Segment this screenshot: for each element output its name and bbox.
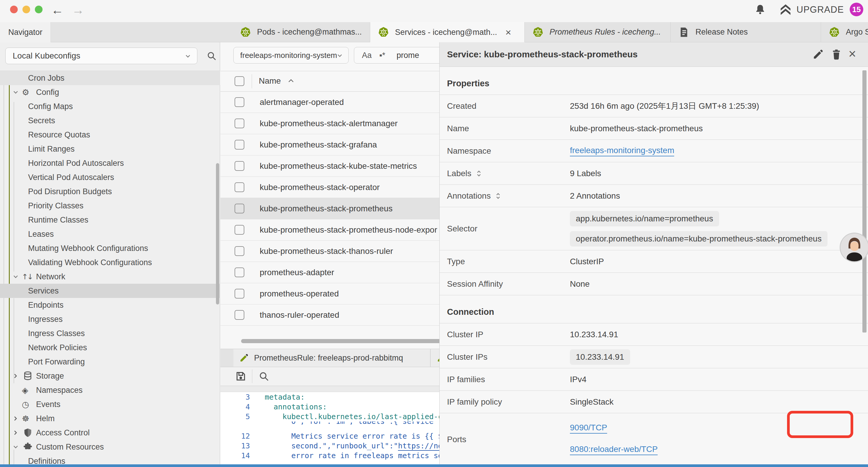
sidebar-item-pod-disruption-budgets[interactable]: Pod Disruption Budgets xyxy=(0,184,220,199)
sidebar-item-priority-classes[interactable]: Priority Classes xyxy=(0,199,220,213)
sidebar-item-secrets[interactable]: Secrets xyxy=(0,114,220,128)
chevron-right-icon[interactable] xyxy=(11,428,20,437)
sidebar-item-vertical-pod-autoscalers[interactable]: Vertical Pod Autoscalers xyxy=(0,170,220,184)
sidebar-item-config[interactable]: ⚙Config xyxy=(0,85,220,99)
editor-search-icon[interactable] xyxy=(258,371,270,382)
row-checkbox[interactable] xyxy=(235,225,244,235)
row-checkbox[interactable] xyxy=(235,310,244,320)
chevron-spacer xyxy=(11,400,20,409)
chevron-right-icon[interactable] xyxy=(11,414,20,423)
sidebar-item-helm[interactable]: ☸Helm xyxy=(0,411,220,426)
upgrade-button[interactable]: UPGRADE xyxy=(797,4,844,15)
tab-argo[interactable]: Argo Se xyxy=(821,22,868,42)
namespace-selector[interactable]: freeleaps-monitoring-system xyxy=(234,47,349,63)
kubernetes-icon xyxy=(240,27,251,38)
user-avatar[interactable] xyxy=(840,233,868,261)
sidebar-item-storage[interactable]: Storage xyxy=(0,369,220,383)
sidebar-item-label: Access Control xyxy=(36,428,90,437)
row-checkbox[interactable] xyxy=(235,246,244,256)
sidebar-item-label: Storage xyxy=(36,372,64,381)
row-checkbox[interactable] xyxy=(235,161,244,171)
sidebar-item-access-control[interactable]: Access Control xyxy=(0,426,220,440)
row-checkbox[interactable] xyxy=(235,182,244,192)
window-active-indicator xyxy=(0,464,868,467)
back-arrow-icon[interactable]: ← xyxy=(50,2,65,18)
sidebar-item-leases[interactable]: Leases xyxy=(0,227,220,241)
select-all-checkbox[interactable] xyxy=(235,76,244,86)
save-icon[interactable] xyxy=(235,371,246,382)
chevron-down-icon[interactable] xyxy=(11,88,20,97)
sidebar-item-network[interactable]: ↑↓Network xyxy=(0,269,220,284)
detail-row-name: Namekube-prometheus-stack-prometheus xyxy=(440,117,868,140)
row-checkbox[interactable] xyxy=(235,204,244,213)
row-checkbox[interactable] xyxy=(235,140,244,150)
chevron-down-icon[interactable] xyxy=(11,442,20,451)
port-link-9090-tcp[interactable]: 9090/TCP xyxy=(570,423,607,434)
column-divider xyxy=(252,74,252,88)
detail-row-ip-families: IP familiesIPv4 xyxy=(440,368,868,390)
sort-ascending-icon[interactable] xyxy=(286,77,296,85)
chevron-right-icon[interactable] xyxy=(11,372,20,380)
detail-scrollbar[interactable] xyxy=(862,70,867,332)
sidebar-item-custom-resources[interactable]: Custom Resources xyxy=(0,440,220,454)
chevron-down-icon[interactable] xyxy=(11,272,20,281)
edit-icon[interactable] xyxy=(812,49,824,60)
sidebar-item-limit-ranges[interactable]: Limit Ranges xyxy=(0,142,220,156)
traffic-light-minimize-icon[interactable] xyxy=(23,6,30,13)
sidebar-item-ingresses[interactable]: Ingresses xyxy=(0,312,220,326)
close-icon[interactable]: × xyxy=(848,47,856,61)
sidebar-item-horizontal-pod-autoscalers[interactable]: Horizontal Pod Autoscalers xyxy=(0,156,220,170)
row-checkbox[interactable] xyxy=(235,97,244,107)
line-number: 5 xyxy=(220,412,250,421)
sidebar-item-cron-jobs[interactable]: Cron Jobs xyxy=(0,71,220,85)
sidebar-item-port-forwarding[interactable]: Port Forwarding xyxy=(0,355,220,369)
traffic-light-close-icon[interactable] xyxy=(10,6,18,13)
notification-count-badge[interactable]: 15 xyxy=(850,3,863,16)
sidebar-item-validating-webhook-configurations[interactable]: Validating Webhook Configurations xyxy=(0,255,220,269)
forward-arrow-icon[interactable]: → xyxy=(70,2,86,18)
sidebar-item-label: Network xyxy=(36,272,65,282)
puzzle-icon xyxy=(22,442,34,452)
row-checkbox[interactable] xyxy=(235,119,244,128)
regex-toggle[interactable]: ▪* xyxy=(379,51,385,60)
sidebar-item-services[interactable]: Services xyxy=(0,284,220,298)
sidebar-item-endpoints[interactable]: Endpoints xyxy=(0,298,220,312)
port-link-8080-reloader-web-tcp[interactable]: 8080:reloader-web/TCP xyxy=(570,444,658,455)
sidebar-item-label: Validating Webhook Configurations xyxy=(28,258,152,267)
notifications-bell-icon[interactable] xyxy=(754,4,766,16)
service-name: thanos-ruler-operated xyxy=(260,310,339,320)
traffic-light-zoom-icon[interactable] xyxy=(35,6,42,13)
sidebar-item-resource-quotas[interactable]: Resource Quotas xyxy=(0,128,220,142)
sidebar-item-label: Priority Classes xyxy=(28,201,84,210)
sidebar-item-ingress-classes[interactable]: Ingress Classes xyxy=(0,326,220,341)
tab-pods[interactable]: Pods - icecheng@mathmas... xyxy=(232,22,370,42)
sidebar-item-label: Ingress Classes xyxy=(28,329,85,338)
editor-tab-prometheusrule[interactable]: PrometheusRule: freeleaps-prod-rabbitmq xyxy=(234,349,430,367)
sidebar-item-label: Custom Resources xyxy=(36,442,104,451)
sidebar-item-network-policies[interactable]: Network Policies xyxy=(0,341,220,355)
tab-services[interactable]: Services - icecheng@math... × xyxy=(370,22,525,42)
sidebar-item-namespaces[interactable]: ◈Namespaces xyxy=(0,383,220,397)
tab-navigator[interactable]: Navigator xyxy=(0,22,51,42)
sidebar-item-events[interactable]: ◷Events xyxy=(0,397,220,411)
column-header-name[interactable]: Name xyxy=(259,76,281,86)
sidebar-item-mutating-webhook-configurations[interactable]: Mutating Webhook Configurations xyxy=(0,241,220,255)
namespace-link[interactable]: freeleaps-monitoring-system xyxy=(570,146,674,156)
service-name: kube-prometheus-stack-kube-state-metrics xyxy=(260,162,417,171)
close-tab-icon[interactable]: × xyxy=(505,27,512,37)
sidebar-item-runtime-classes[interactable]: Runtime Classes xyxy=(0,213,220,227)
sidebar-item-config-maps[interactable]: Config Maps xyxy=(0,99,220,114)
tab-prometheus-rules[interactable]: Prometheus Rules - icecheng... xyxy=(525,22,671,42)
match-case-toggle[interactable]: Aa xyxy=(362,51,372,60)
sidebar-scrollbar[interactable] xyxy=(216,163,219,304)
kubernetes-icon xyxy=(532,27,544,38)
line-number: 12 xyxy=(220,431,250,441)
tab-release-notes[interactable]: Release Notes xyxy=(671,22,821,42)
row-checkbox[interactable] xyxy=(235,267,244,277)
expander-icon[interactable] xyxy=(474,169,483,178)
upgrade-icon[interactable] xyxy=(779,3,793,16)
delete-icon[interactable] xyxy=(831,49,842,60)
row-checkbox[interactable] xyxy=(235,289,244,298)
expander-icon[interactable] xyxy=(494,192,502,200)
service-name: kube-prometheus-stack-grafana xyxy=(260,140,377,150)
